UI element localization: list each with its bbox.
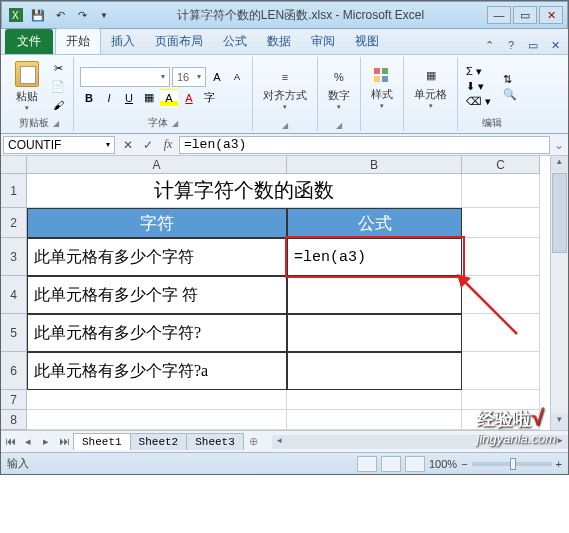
cell-a5[interactable]: 此单元格有多少个字符? (27, 314, 287, 352)
tab-page-layout[interactable]: 页面布局 (145, 29, 213, 54)
page-break-view-icon[interactable] (405, 456, 425, 472)
col-header-a[interactable]: A (27, 156, 287, 174)
zoom-out-icon[interactable]: − (461, 458, 467, 470)
cell-a6[interactable]: 此单元格有多少个字符?a (27, 352, 287, 390)
cell[interactable] (462, 174, 540, 208)
row-header[interactable]: 2 (1, 208, 27, 238)
cell[interactable] (462, 410, 540, 430)
font-size-combo[interactable]: 16▾ (172, 67, 206, 87)
window-options-icon[interactable]: ▭ (524, 36, 542, 54)
row-header[interactable]: 3 (1, 238, 27, 276)
shrink-font-icon[interactable]: A (228, 68, 246, 86)
find-select-button[interactable]: 🔍 (503, 88, 517, 101)
scroll-down-icon[interactable]: ▾ (551, 414, 568, 430)
minimize-ribbon-icon[interactable]: ⌃ (480, 36, 498, 54)
border-button[interactable]: ▦ (140, 89, 158, 107)
page-layout-view-icon[interactable] (381, 456, 401, 472)
ribbon-close-icon[interactable]: ✕ (546, 36, 564, 54)
number-format-button[interactable]: % 数字 ▾ (324, 66, 354, 113)
cell[interactable] (462, 208, 540, 238)
styles-button[interactable]: 样式 ▾ (367, 65, 397, 112)
sheet-tab-3[interactable]: Sheet3 (186, 433, 244, 450)
row-header[interactable]: 4 (1, 276, 27, 314)
phonetic-icon[interactable]: 字 (200, 89, 218, 107)
bold-button[interactable]: B (80, 89, 98, 107)
tab-review[interactable]: 审阅 (301, 29, 345, 54)
cell[interactable] (462, 352, 540, 390)
col-header-b[interactable]: B (287, 156, 462, 174)
cell-a3[interactable]: 此单元格有多少个字符 (27, 238, 287, 276)
excel-icon[interactable]: X (6, 5, 26, 25)
cut-icon[interactable]: ✂ (49, 61, 67, 77)
tab-view[interactable]: 视图 (345, 29, 389, 54)
redo-icon[interactable]: ↷ (72, 5, 92, 25)
undo-icon[interactable]: ↶ (50, 5, 70, 25)
cell-b3[interactable]: =len(a3) (287, 238, 462, 276)
format-painter-icon[interactable]: 🖌 (49, 97, 67, 113)
paste-button[interactable]: 粘贴 ▾ (11, 59, 43, 114)
qat-dropdown-icon[interactable]: ▼ (94, 5, 114, 25)
fx-icon[interactable]: fx (159, 136, 177, 154)
sheet-tab-1[interactable]: Sheet1 (73, 433, 131, 450)
clear-button[interactable]: ⌫ ▾ (466, 95, 491, 108)
underline-button[interactable]: U (120, 89, 138, 107)
first-sheet-icon[interactable]: ⏮ (1, 435, 19, 448)
next-sheet-icon[interactable]: ▸ (37, 435, 55, 448)
cancel-formula-icon[interactable]: ✕ (119, 136, 137, 154)
tab-formulas[interactable]: 公式 (213, 29, 257, 54)
new-sheet-icon[interactable]: ⊕ (243, 435, 264, 448)
cell-b4[interactable] (287, 276, 462, 314)
dialog-launcher-icon[interactable]: ◢ (172, 119, 178, 128)
close-button[interactable]: ✕ (539, 6, 563, 24)
grow-font-icon[interactable]: A (208, 68, 226, 86)
cell[interactable] (462, 276, 540, 314)
font-name-combo[interactable]: ▾ (80, 67, 170, 87)
minimize-button[interactable]: — (487, 6, 511, 24)
cell[interactable] (287, 390, 462, 410)
dialog-launcher-icon[interactable]: ◢ (336, 121, 342, 130)
prev-sheet-icon[interactable]: ◂ (19, 435, 37, 448)
cell[interactable] (287, 410, 462, 430)
restore-button[interactable]: ▭ (513, 6, 537, 24)
name-box[interactable]: COUNTIF▾ (3, 136, 115, 154)
autosum-button[interactable]: Σ ▾ (466, 65, 491, 78)
vertical-scrollbar[interactable]: ▴ ▾ (550, 156, 568, 430)
cell[interactable] (462, 238, 540, 276)
tab-home[interactable]: 开始 (55, 28, 101, 54)
file-tab[interactable]: 文件 (5, 29, 53, 54)
cell-a4[interactable]: 此单元格有多少个字 符 (27, 276, 287, 314)
scroll-thumb[interactable] (552, 173, 567, 253)
cell-b2[interactable]: 公式 (287, 208, 462, 238)
row-header[interactable]: 5 (1, 314, 27, 352)
cell[interactable] (27, 410, 287, 430)
zoom-level[interactable]: 100% (429, 458, 457, 470)
cell[interactable] (462, 314, 540, 352)
horizontal-scrollbar[interactable]: ◂▸ (272, 435, 568, 449)
col-header-c[interactable]: C (462, 156, 540, 174)
zoom-slider[interactable] (472, 462, 552, 466)
scroll-up-icon[interactable]: ▴ (551, 156, 568, 172)
alignment-button[interactable]: ≡ 对齐方式 ▾ (259, 66, 311, 113)
row-header[interactable]: 8 (1, 410, 27, 430)
formula-bar[interactable]: =len(a3) (179, 136, 550, 154)
font-color-button[interactable]: A (180, 89, 198, 107)
cell-b5[interactable] (287, 314, 462, 352)
expand-formula-bar-icon[interactable]: ⌄ (550, 138, 568, 152)
cell-b6[interactable] (287, 352, 462, 390)
normal-view-icon[interactable] (357, 456, 377, 472)
fill-color-button[interactable]: A (160, 89, 178, 107)
sort-filter-button[interactable]: ⇅ (503, 73, 517, 86)
cells-button[interactable]: ▦ 单元格 ▾ (410, 65, 451, 112)
zoom-in-icon[interactable]: + (556, 458, 562, 470)
cell[interactable] (462, 390, 540, 410)
last-sheet-icon[interactable]: ⏭ (55, 435, 73, 448)
fill-button[interactable]: ⬇ ▾ (466, 80, 491, 93)
cell[interactable] (27, 390, 287, 410)
dialog-launcher-icon[interactable]: ◢ (53, 119, 59, 128)
tab-data[interactable]: 数据 (257, 29, 301, 54)
select-all-corner[interactable] (1, 156, 27, 174)
sheet-tab-2[interactable]: Sheet2 (130, 433, 188, 450)
help-icon[interactable]: ? (502, 36, 520, 54)
save-icon[interactable]: 💾 (28, 5, 48, 25)
tab-insert[interactable]: 插入 (101, 29, 145, 54)
